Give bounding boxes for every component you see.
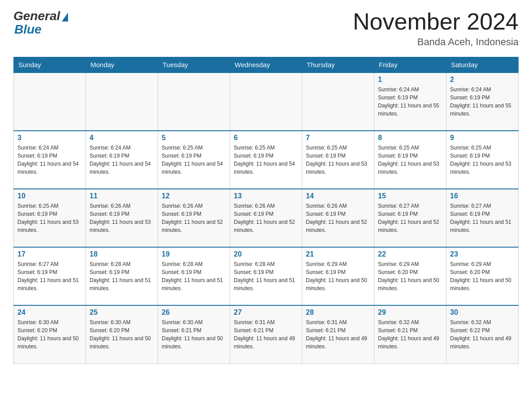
day-number: 30	[450, 308, 515, 317]
day-number: 12	[162, 192, 226, 200]
logo-triangle-icon	[62, 13, 68, 21]
calendar-cell: 12Sunrise: 6:26 AM Sunset: 6:19 PM Dayli…	[158, 189, 230, 247]
day-info: Sunrise: 6:32 AM Sunset: 6:21 PM Dayligh…	[378, 318, 442, 351]
day-number: 14	[306, 192, 370, 200]
calendar-cell	[14, 73, 86, 131]
day-number: 5	[162, 134, 226, 142]
calendar-week-row: 17Sunrise: 6:27 AM Sunset: 6:19 PM Dayli…	[14, 247, 519, 305]
day-info: Sunrise: 6:29 AM Sunset: 6:19 PM Dayligh…	[306, 260, 370, 292]
calendar-cell: 3Sunrise: 6:24 AM Sunset: 6:19 PM Daylig…	[14, 131, 86, 189]
logo-blue-text: Blue	[14, 22, 42, 37]
day-info: Sunrise: 6:30 AM Sunset: 6:20 PM Dayligh…	[90, 318, 154, 351]
calendar-cell: 2Sunrise: 6:24 AM Sunset: 6:19 PM Daylig…	[446, 73, 519, 131]
calendar-cell: 9Sunrise: 6:25 AM Sunset: 6:19 PM Daylig…	[446, 131, 519, 189]
calendar-cell: 15Sunrise: 6:27 AM Sunset: 6:19 PM Dayli…	[374, 189, 446, 247]
day-info: Sunrise: 6:25 AM Sunset: 6:19 PM Dayligh…	[378, 144, 442, 176]
calendar-header-row: SundayMondayTuesdayWednesdayThursdayFrid…	[14, 57, 519, 73]
logo: General Blue	[13, 9, 68, 37]
calendar-cell: 13Sunrise: 6:26 AM Sunset: 6:19 PM Dayli…	[230, 189, 302, 247]
day-info: Sunrise: 6:32 AM Sunset: 6:22 PM Dayligh…	[450, 318, 515, 351]
day-info: Sunrise: 6:30 AM Sunset: 6:20 PM Dayligh…	[17, 318, 82, 351]
day-info: Sunrise: 6:26 AM Sunset: 6:19 PM Dayligh…	[162, 202, 226, 234]
day-number: 27	[234, 308, 298, 317]
calendar-cell	[230, 73, 302, 131]
calendar-week-row: 1Sunrise: 6:24 AM Sunset: 6:19 PM Daylig…	[14, 73, 519, 131]
col-header-tuesday: Tuesday	[158, 57, 230, 73]
page-header: General Blue November 2024 Banda Aceh, I…	[13, 9, 519, 48]
day-number: 13	[234, 192, 298, 200]
calendar-cell	[158, 73, 230, 131]
day-info: Sunrise: 6:28 AM Sunset: 6:19 PM Dayligh…	[234, 260, 298, 292]
day-info: Sunrise: 6:30 AM Sunset: 6:21 PM Dayligh…	[162, 318, 226, 351]
calendar-cell: 24Sunrise: 6:30 AM Sunset: 6:20 PM Dayli…	[14, 305, 86, 364]
day-info: Sunrise: 6:26 AM Sunset: 6:19 PM Dayligh…	[234, 202, 298, 234]
day-info: Sunrise: 6:25 AM Sunset: 6:19 PM Dayligh…	[306, 144, 370, 176]
calendar-cell: 10Sunrise: 6:25 AM Sunset: 6:19 PM Dayli…	[14, 189, 86, 247]
day-number: 16	[450, 192, 515, 200]
day-info: Sunrise: 6:31 AM Sunset: 6:21 PM Dayligh…	[306, 318, 370, 351]
calendar-cell: 26Sunrise: 6:30 AM Sunset: 6:21 PM Dayli…	[158, 305, 230, 364]
day-info: Sunrise: 6:27 AM Sunset: 6:19 PM Dayligh…	[17, 260, 82, 292]
day-number: 20	[234, 250, 298, 258]
month-title: November 2024	[353, 9, 519, 34]
day-number: 6	[234, 134, 298, 142]
calendar-cell: 16Sunrise: 6:27 AM Sunset: 6:19 PM Dayli…	[446, 189, 519, 247]
day-number: 28	[306, 308, 370, 317]
day-number: 2	[450, 76, 515, 84]
calendar-cell: 1Sunrise: 6:24 AM Sunset: 6:19 PM Daylig…	[374, 73, 446, 131]
calendar-cell: 27Sunrise: 6:31 AM Sunset: 6:21 PM Dayli…	[230, 305, 302, 364]
day-info: Sunrise: 6:24 AM Sunset: 6:19 PM Dayligh…	[17, 144, 82, 176]
day-number: 1	[378, 76, 442, 84]
day-info: Sunrise: 6:31 AM Sunset: 6:21 PM Dayligh…	[234, 318, 298, 351]
day-info: Sunrise: 6:26 AM Sunset: 6:19 PM Dayligh…	[90, 202, 154, 234]
calendar-cell: 14Sunrise: 6:26 AM Sunset: 6:19 PM Dayli…	[302, 189, 374, 247]
day-info: Sunrise: 6:25 AM Sunset: 6:19 PM Dayligh…	[162, 144, 226, 176]
day-info: Sunrise: 6:27 AM Sunset: 6:19 PM Dayligh…	[450, 202, 515, 234]
calendar-cell: 5Sunrise: 6:25 AM Sunset: 6:19 PM Daylig…	[158, 131, 230, 189]
day-number: 9	[450, 134, 515, 142]
day-info: Sunrise: 6:28 AM Sunset: 6:19 PM Dayligh…	[162, 260, 226, 292]
day-info: Sunrise: 6:24 AM Sunset: 6:19 PM Dayligh…	[450, 86, 515, 118]
day-number: 3	[17, 134, 82, 142]
col-header-sunday: Sunday	[14, 57, 86, 73]
day-number: 7	[306, 134, 370, 142]
calendar-cell: 25Sunrise: 6:30 AM Sunset: 6:20 PM Dayli…	[86, 305, 158, 364]
calendar-cell: 18Sunrise: 6:28 AM Sunset: 6:19 PM Dayli…	[86, 247, 158, 305]
calendar-cell: 17Sunrise: 6:27 AM Sunset: 6:19 PM Dayli…	[14, 247, 86, 305]
calendar-cell: 28Sunrise: 6:31 AM Sunset: 6:21 PM Dayli…	[302, 305, 374, 364]
title-block: November 2024 Banda Aceh, Indonesia	[353, 9, 519, 48]
day-number: 15	[378, 192, 442, 200]
calendar-cell: 8Sunrise: 6:25 AM Sunset: 6:19 PM Daylig…	[374, 131, 446, 189]
calendar-cell: 6Sunrise: 6:25 AM Sunset: 6:19 PM Daylig…	[230, 131, 302, 189]
calendar-table: SundayMondayTuesdayWednesdayThursdayFrid…	[13, 57, 519, 364]
calendar-cell	[86, 73, 158, 131]
col-header-monday: Monday	[86, 57, 158, 73]
day-number: 11	[90, 192, 154, 200]
calendar-cell: 19Sunrise: 6:28 AM Sunset: 6:19 PM Dayli…	[158, 247, 230, 305]
day-info: Sunrise: 6:24 AM Sunset: 6:19 PM Dayligh…	[378, 86, 442, 118]
calendar-cell: 29Sunrise: 6:32 AM Sunset: 6:21 PM Dayli…	[374, 305, 446, 364]
day-number: 29	[378, 308, 442, 317]
day-info: Sunrise: 6:27 AM Sunset: 6:19 PM Dayligh…	[378, 202, 442, 234]
calendar-week-row: 10Sunrise: 6:25 AM Sunset: 6:19 PM Dayli…	[14, 189, 519, 247]
calendar-cell: 30Sunrise: 6:32 AM Sunset: 6:22 PM Dayli…	[446, 305, 519, 364]
day-number: 4	[90, 134, 154, 142]
day-info: Sunrise: 6:26 AM Sunset: 6:19 PM Dayligh…	[306, 202, 370, 234]
day-info: Sunrise: 6:25 AM Sunset: 6:19 PM Dayligh…	[234, 144, 298, 176]
day-number: 8	[378, 134, 442, 142]
calendar-cell	[302, 73, 374, 131]
day-info: Sunrise: 6:25 AM Sunset: 6:19 PM Dayligh…	[450, 144, 515, 176]
calendar-cell: 20Sunrise: 6:28 AM Sunset: 6:19 PM Dayli…	[230, 247, 302, 305]
location-subtitle: Banda Aceh, Indonesia	[353, 36, 519, 48]
day-info: Sunrise: 6:29 AM Sunset: 6:20 PM Dayligh…	[378, 260, 442, 292]
col-header-friday: Friday	[374, 57, 446, 73]
day-info: Sunrise: 6:28 AM Sunset: 6:19 PM Dayligh…	[90, 260, 154, 292]
day-info: Sunrise: 6:25 AM Sunset: 6:19 PM Dayligh…	[17, 202, 82, 234]
col-header-thursday: Thursday	[302, 57, 374, 73]
calendar-cell: 22Sunrise: 6:29 AM Sunset: 6:20 PM Dayli…	[374, 247, 446, 305]
day-number: 22	[378, 250, 442, 258]
calendar-week-row: 24Sunrise: 6:30 AM Sunset: 6:20 PM Dayli…	[14, 305, 519, 364]
day-number: 10	[17, 192, 82, 200]
day-number: 19	[162, 250, 226, 258]
day-number: 26	[162, 308, 226, 317]
